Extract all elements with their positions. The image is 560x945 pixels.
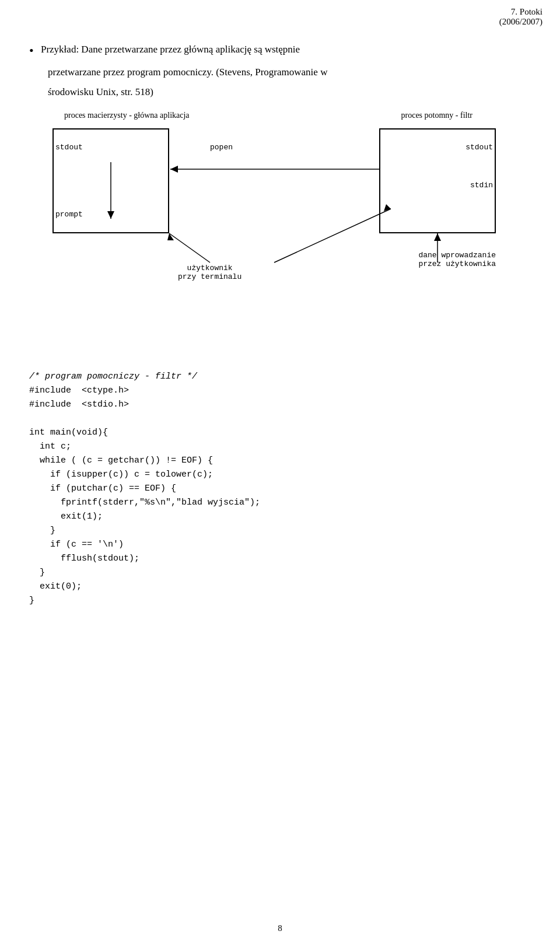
diagram-label-parent: proces macierzysty - główna aplikacja [64,111,190,120]
popen-label: popen [210,143,233,152]
code-include2: #include <stdio.h> [29,400,129,410]
svg-marker-7 [167,233,174,240]
diagram-label-child: proces potomny - filtr [401,111,473,120]
stdout-parent-label: stdout [55,143,83,152]
stdout-child-label: stdout [466,143,493,152]
bullet-point: • [29,43,34,58]
code-if1: if (isupper(c)) c = tolower(c); [29,470,213,480]
code-exit1: exit(1); [29,512,103,522]
code-if3: if (c == '\n') [29,540,124,550]
code-close1: } [29,526,55,536]
prompt-parent-label: prompt [55,210,83,219]
code-fprintf: fprintf(stderr,"%s\n","blad wyjscia"); [29,498,260,508]
intro-text-line1: Przykład: Dane przetwarzane przez główną… [41,44,300,55]
code-block: /* program pomocniczy - filtr */ #includ… [29,356,531,622]
page-header: 7. Potoki (2006/2007) [499,7,542,27]
code-int-c: int c; [29,442,71,452]
code-include1: #include <ctype.h> [29,386,129,396]
svg-line-6 [169,233,210,262]
intro-text-line3: środowisku Unix, str. 518) [48,85,531,100]
intro-paragraph: • Przykład: Dane przetwarzane przez głów… [29,41,531,60]
code-while: while ( (c = getchar()) != EOF) { [29,456,213,466]
page-number: 8 [278,923,282,933]
header-line2: (2006/2007) [499,17,542,27]
uzytkownik-label: użytkownikprzy terminalu [178,264,242,281]
svg-line-8 [274,209,391,262]
code-fflush: fflush(stdout); [29,554,139,564]
svg-marker-1 [170,166,178,173]
code-close2: } [29,568,45,578]
stdin-child-label: stdin [470,181,493,190]
svg-marker-3 [434,233,441,241]
code-comment: /* program pomocniczy - filtr */ [29,372,197,382]
header-line1: 7. Potoki [499,7,542,17]
code-main-open: int main(void){ [29,428,108,438]
code-close3: } [29,596,34,606]
code-exit0: exit(0); [29,582,82,592]
dane-label: dane wprowadzanieprzez użytkownika [418,251,496,268]
intro-text-line2: przetwarzane przez program pomocniczy. (… [48,65,531,80]
diagram-area: proces macierzysty - główna aplikacja pr… [29,111,531,332]
code-if2: if (putchar(c) == EOF) { [29,484,176,494]
